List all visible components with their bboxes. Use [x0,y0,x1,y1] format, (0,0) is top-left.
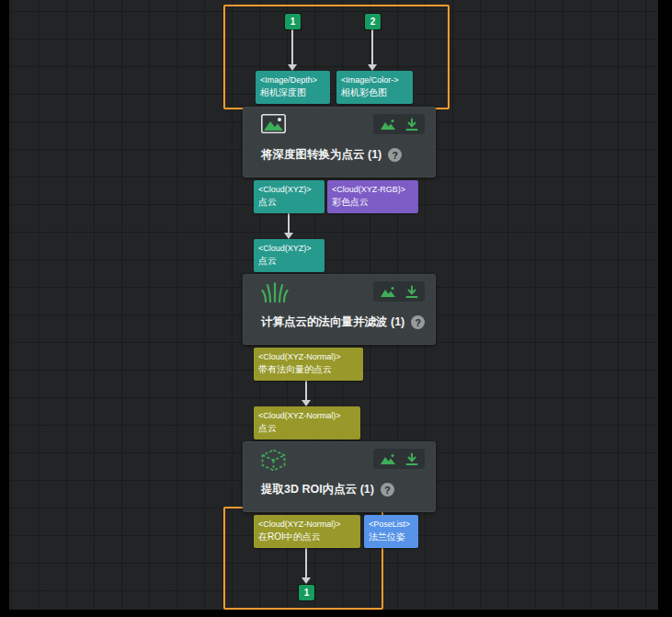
connector-arrowhead [288,64,297,71]
node-title: 计算点云的法向量并滤波 (1) [261,314,404,330]
help-badge[interactable]: ? [388,148,402,162]
port-type-label: <Cloud(XYZ-Normal)> [258,410,356,422]
node-title: 提取3D ROI内点云 (1) [261,482,374,497]
port-roi-cloud-output[interactable]: <Cloud(XYZ-Normal)> 在ROI中的点云 [254,515,360,548]
connector-line [371,29,373,64]
connector-line [305,380,307,400]
node-title-row: 计算点云的法向量并滤波 (1) ? [261,314,425,330]
connector-arrowhead [302,400,311,406]
node-title: 将深度图转换为点云 (1) [261,147,382,163]
port-name-label: 点云 [258,255,320,268]
port-name-label: 相机彩色图 [341,86,408,99]
port-name-label: 相机深度图 [260,86,325,99]
node-action-bar [373,449,425,469]
save-output-button[interactable] [405,452,418,466]
port-cloud-xyz-input[interactable]: <Cloud(XYZ)> 点云 [254,239,325,272]
image-icon [261,114,286,133]
visualization-toggle-button[interactable] [380,453,397,465]
port-type-label: <Image/Color-> [341,74,408,86]
flow-exit-marker[interactable]: 1 [299,585,314,600]
port-type-label: <Cloud(XYZ-RGB)> [332,184,414,196]
port-poselist-output[interactable]: <PoseList> 法兰位姿 [364,515,418,548]
port-type-label: <Cloud(XYZ-Normal)> [258,519,356,531]
port-name-label: 法兰位姿 [369,531,414,543]
connector-arrowhead [284,233,293,239]
port-type-label: <Image/Depth> [260,74,325,86]
flow-entry-marker-2[interactable]: 2 [365,14,381,29]
port-cloud-normal-input[interactable]: <Cloud(XYZ-Normal)> 点云 [254,406,360,440]
connector-line [288,212,290,233]
node-extract-roi[interactable]: 提取3D ROI内点云 (1) ? [243,441,436,512]
visualization-toggle-button[interactable] [380,119,397,131]
save-output-button[interactable] [405,285,418,299]
port-name-label: 在ROI中的点云 [258,531,356,543]
node-title-row: 提取3D ROI内点云 (1) ? [261,482,394,497]
visualization-toggle-button[interactable] [380,286,397,298]
flow-entry-marker-1[interactable]: 1 [285,14,301,29]
node-title-row: 将深度图转换为点云 (1) ? [261,147,402,163]
save-output-button[interactable] [405,118,418,131]
connector-arrowhead [368,64,377,71]
node-action-bar [373,281,425,302]
cube-icon [261,449,286,472]
port-type-label: <Cloud(XYZ-Normal)> [258,351,359,363]
port-name-label: 带有法向量的点云 [258,363,359,376]
node-compute-normals[interactable]: 计算点云的法向量并滤波 (1) ? [243,274,436,345]
port-name-label: 点云 [258,196,320,209]
grass-icon [261,281,289,303]
connector-line [291,29,293,64]
help-badge[interactable]: ? [381,483,394,497]
port-image-depth[interactable]: <Image/Depth> 相机深度图 [256,71,330,104]
connector-line [305,547,307,577]
port-image-color[interactable]: <Image/Color-> 相机彩色图 [336,71,413,104]
port-cloud-xyz-rgb-output[interactable]: <Cloud(XYZ-RGB)> 彩色点云 [327,180,418,213]
port-name-label: 点云 [258,422,356,435]
port-type-label: <Cloud(XYZ)> [258,243,320,255]
node-depth-to-cloud[interactable]: 将深度图转换为点云 (1) ? [243,107,436,177]
node-action-bar [373,114,425,134]
port-cloud-xyz-output[interactable]: <Cloud(XYZ)> 点云 [254,180,325,213]
connector-arrowhead [302,577,311,584]
port-type-label: <Cloud(XYZ)> [258,184,320,196]
port-type-label: <PoseList> [369,519,414,531]
port-cloud-normal-output[interactable]: <Cloud(XYZ-Normal)> 带有法向量的点云 [254,348,363,381]
help-badge[interactable]: ? [411,315,425,329]
port-name-label: 彩色点云 [332,196,414,209]
editor-viewport: 1 2 1 <Image/Depth> 相机深度图 <Image/Color->… [0,0,672,617]
